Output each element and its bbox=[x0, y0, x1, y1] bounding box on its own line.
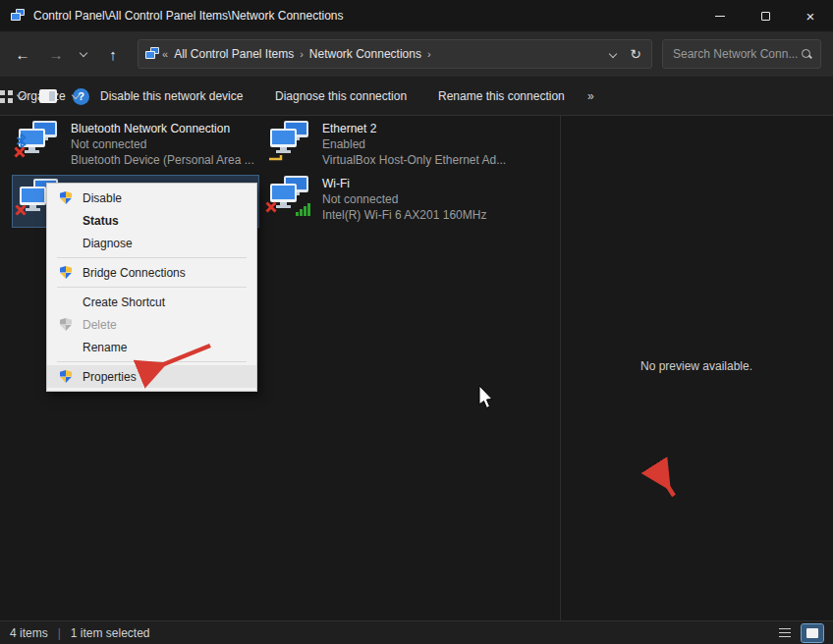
chevron-down-icon bbox=[71, 90, 79, 98]
menu-item-label: Disable bbox=[83, 191, 122, 205]
menu-separator bbox=[57, 257, 247, 258]
status-separator: | bbox=[58, 626, 61, 640]
network-adapter-icon bbox=[16, 120, 61, 163]
connection-item-wifi[interactable]: Wi-Fi Not connected Intel(R) Wi-Fi 6 AX2… bbox=[263, 173, 511, 226]
item-count: 4 items bbox=[10, 626, 48, 640]
disable-device-button[interactable]: Disable this network device bbox=[90, 77, 252, 116]
disconnected-x-icon bbox=[14, 146, 26, 161]
search-input[interactable] bbox=[671, 46, 801, 62]
uac-shield-icon bbox=[60, 370, 72, 383]
breadcrumb-separator-icon[interactable]: › bbox=[300, 48, 304, 60]
network-connections-icon bbox=[10, 8, 26, 24]
explorer-window: Control Panel\All Control Panel Items\Ne… bbox=[0, 0, 833, 644]
connection-status: Not connected bbox=[71, 137, 254, 151]
breadcrumb-separator-icon[interactable]: › bbox=[427, 48, 431, 60]
navigation-bar: ← → ↑ « All Control Panel Items › Networ… bbox=[0, 31, 833, 77]
network-adapter-icon bbox=[267, 120, 312, 163]
button-label: Disable this network device bbox=[100, 89, 243, 103]
context-menu-item-diagnose[interactable]: Diagnose bbox=[47, 232, 256, 254]
context-menu-item-status[interactable]: Status bbox=[47, 209, 256, 232]
up-icon: ↑ bbox=[109, 46, 117, 63]
menu-separator bbox=[57, 287, 247, 288]
command-bar: Organize Disable this network device Dia… bbox=[0, 77, 833, 116]
menu-item-label: Status bbox=[83, 214, 119, 228]
connection-device: Bluetooth Device (Personal Area ... bbox=[71, 153, 254, 167]
context-menu: Disable Status Diagnose Bridge Connectio… bbox=[46, 183, 257, 392]
forward-button[interactable]: → bbox=[41, 38, 71, 70]
connection-name: Wi-Fi bbox=[322, 177, 486, 190]
preview-pane-button[interactable] bbox=[39, 89, 57, 103]
status-bar: 4 items | 1 item selected bbox=[0, 620, 833, 644]
connection-item-ethernet2[interactable]: Ethernet 2 Enabled VirtualBox Host-Only … bbox=[263, 118, 511, 171]
back-icon: ← bbox=[16, 46, 30, 63]
connection-item-bluetooth[interactable]: Bluetooth Network Connection Not connect… bbox=[12, 118, 259, 171]
menu-item-label: Bridge Connections bbox=[83, 266, 186, 280]
title-bar: Control Panel\All Control Panel Items\Ne… bbox=[0, 0, 833, 31]
details-view-button[interactable] bbox=[774, 624, 796, 642]
chevron-down-icon bbox=[80, 48, 87, 56]
search-icon[interactable] bbox=[801, 48, 812, 60]
connection-name: Ethernet 2 bbox=[322, 122, 506, 135]
connection-device: Intel(R) Wi-Fi 6 AX201 160MHz bbox=[322, 208, 486, 222]
context-menu-item-properties[interactable]: Properties bbox=[47, 365, 256, 388]
uac-shield-icon bbox=[60, 318, 72, 331]
context-menu-item-disable[interactable]: Disable bbox=[47, 187, 256, 209]
recent-locations-button[interactable] bbox=[73, 38, 94, 70]
chevron-more-icon: » bbox=[587, 89, 594, 103]
refresh-icon: ↻ bbox=[630, 46, 641, 62]
context-menu-item-rename[interactable]: Rename bbox=[47, 336, 256, 358]
location-icon bbox=[144, 46, 160, 62]
maximize-icon bbox=[761, 12, 770, 21]
search-box bbox=[662, 39, 821, 69]
connection-device: VirtualBox Host-Only Ethernet Ad... bbox=[322, 153, 506, 167]
rename-connection-button[interactable]: Rename this connection bbox=[428, 77, 575, 116]
menu-item-label: Rename bbox=[83, 341, 127, 354]
menu-item-label: Delete bbox=[83, 318, 117, 332]
disconnected-x-icon bbox=[15, 204, 27, 219]
menu-item-label: Create Shortcut bbox=[83, 295, 165, 309]
details-view-icon bbox=[779, 628, 791, 638]
more-commands-button[interactable]: » bbox=[578, 77, 604, 116]
connection-name: Bluetooth Network Connection bbox=[71, 122, 254, 135]
signal-bars-icon bbox=[296, 203, 310, 216]
large-icons-view-button[interactable] bbox=[802, 624, 823, 642]
uac-shield-icon bbox=[60, 191, 72, 204]
context-menu-item-delete: Delete bbox=[47, 313, 256, 336]
close-icon: × bbox=[806, 9, 815, 24]
button-label: Rename this connection bbox=[438, 89, 565, 103]
maximize-button[interactable] bbox=[743, 0, 788, 31]
breadcrumb-all-control-panel-items[interactable]: All Control Panel Items bbox=[174, 47, 294, 61]
address-dropdown-icon[interactable] bbox=[609, 50, 617, 58]
menu-separator bbox=[57, 361, 247, 362]
context-menu-item-bridge-connections[interactable]: Bridge Connections bbox=[47, 261, 256, 284]
menu-item-label: Diagnose bbox=[83, 237, 133, 250]
preview-message: No preview available. bbox=[560, 359, 833, 373]
close-button[interactable]: × bbox=[788, 0, 833, 31]
selection-count: 1 item selected bbox=[71, 626, 150, 640]
large-icons-view-icon bbox=[806, 628, 818, 638]
minimize-button[interactable] bbox=[697, 0, 743, 31]
network-adapter-icon bbox=[267, 175, 312, 218]
refresh-button[interactable]: ↻ bbox=[630, 46, 641, 62]
breadcrumb-overflow[interactable]: « bbox=[162, 48, 168, 60]
minimize-icon bbox=[715, 16, 725, 17]
uac-shield-icon bbox=[60, 266, 72, 279]
connection-status: Not connected bbox=[322, 192, 486, 206]
breadcrumb-network-connections[interactable]: Network Connections bbox=[309, 47, 421, 61]
diagnose-connection-button[interactable]: Diagnose this connection bbox=[265, 77, 416, 116]
button-label: Diagnose this connection bbox=[275, 89, 407, 103]
window-title: Control Panel\All Control Panel Items\Ne… bbox=[33, 0, 343, 31]
up-button[interactable]: ↑ bbox=[98, 38, 128, 70]
connection-status: Enabled bbox=[322, 137, 506, 151]
menu-item-label: Properties bbox=[83, 370, 137, 384]
disconnected-x-icon bbox=[265, 201, 277, 216]
back-button[interactable]: ← bbox=[8, 38, 37, 70]
forward-icon: → bbox=[49, 46, 64, 63]
address-bar[interactable]: « All Control Panel Items › Network Conn… bbox=[138, 39, 652, 69]
context-menu-item-create-shortcut[interactable]: Create Shortcut bbox=[47, 291, 256, 313]
